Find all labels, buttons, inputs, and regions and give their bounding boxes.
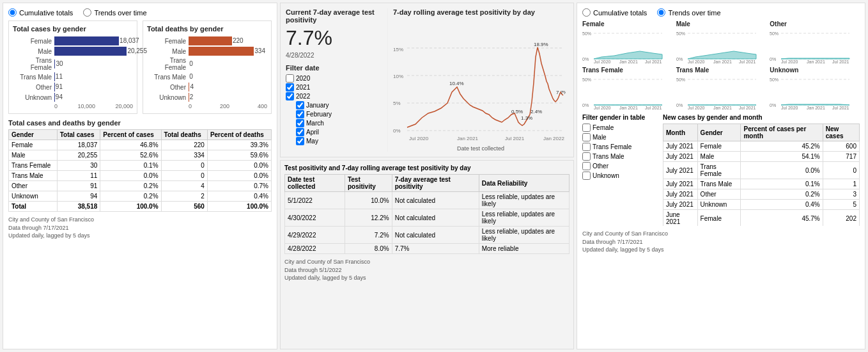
bar-female-cases: Female 18,037 <box>13 36 133 45</box>
svg-text:50%: 50% <box>582 77 591 82</box>
table-row: 4/30/202212.2%Not calculatedLess reliabl… <box>285 209 570 227</box>
left-top-charts: Total cases by gender Female 18,037 Male… <box>8 20 272 114</box>
bar-male-cases: Male 20,255 <box>13 47 133 56</box>
checkbox-2020[interactable] <box>286 74 294 83</box>
table-row: July 2021Other0.2%3 <box>663 189 860 200</box>
bar-other-deaths: Other 4 <box>147 83 267 92</box>
new-cases-wrapper[interactable]: Month Gender Percent of cases per month … <box>663 124 860 226</box>
bar-male-deaths: Male 334 <box>147 47 267 56</box>
annot-77: 7.7% <box>556 90 566 95</box>
cumulative-radio[interactable] <box>8 8 17 17</box>
right-trends-label[interactable]: Trends over time <box>657 8 720 17</box>
checkbox-2022[interactable] <box>286 92 294 100</box>
month-checkboxes: January February March April May <box>286 101 382 145</box>
xaxis-jan2021: Jan 2021 <box>457 136 478 141</box>
nth-pct: Percent of cases per month <box>741 124 823 141</box>
trends-radio[interactable] <box>83 8 91 17</box>
svg-marker-20 <box>688 51 756 59</box>
svg-text:50%: 50% <box>582 31 591 36</box>
svg-text:Jul 2021: Jul 2021 <box>832 60 849 64</box>
deaths-chart-title: Total deaths by gender <box>147 25 267 33</box>
svg-text:0%: 0% <box>676 103 683 108</box>
mini-chart-other: Other 50% 0% Jul 2020 Jan 2021 Jul 2021 <box>770 20 860 65</box>
xaxis-jan2022: Jan 2022 <box>543 136 564 141</box>
table-row: July 2021Unknown0.4%5 <box>663 200 860 210</box>
right-cumulative-label[interactable]: Cumulative totals <box>582 8 647 17</box>
bar-transmale-cases: Trans Male 11 <box>13 72 133 81</box>
right-cumulative-radio[interactable] <box>582 8 591 17</box>
fg-male[interactable] <box>582 133 591 141</box>
svg-text:Jul 2021: Jul 2021 <box>645 106 662 110</box>
bth-date: Date test collected <box>285 175 345 192</box>
line-path <box>407 47 563 127</box>
fg-transmale[interactable] <box>582 152 591 161</box>
mini-chart-unknown: Unknown 50% 0% Jul 2020 Jan 2021 Jul 202… <box>770 67 860 111</box>
svg-text:Jan 2021: Jan 2021 <box>619 60 638 64</box>
summary-table-title: Total cases and deaths by gender <box>8 119 272 127</box>
positivity-date: 4/28/2022 <box>286 52 382 59</box>
fg-unknown[interactable] <box>582 172 591 180</box>
bar-other-cases: Other 91 <box>13 83 133 92</box>
new-cases-table-box: New cases by gender and month Month Gend… <box>663 114 860 226</box>
svg-text:Jan 2021: Jan 2021 <box>713 106 732 110</box>
cumulative-label: Cumulative totals <box>19 9 73 17</box>
svg-text:50%: 50% <box>770 31 779 36</box>
mini-svg-transmale: 50% 0% Jul 2020 Jan 2021 Jul 2021 <box>676 75 759 110</box>
svg-text:0%: 0% <box>582 57 589 61</box>
right-trends-radio[interactable] <box>657 8 665 17</box>
checkbox-apr[interactable] <box>296 128 304 136</box>
checkbox-jan[interactable] <box>296 101 304 109</box>
bottom-table-wrapper[interactable]: Date test collected Test positivity 7-da… <box>284 174 570 254</box>
checkbox-feb[interactable] <box>296 110 304 118</box>
bar-unknown-cases: Unknown 94 <box>13 93 133 102</box>
svg-text:5%: 5% <box>393 100 401 106</box>
year-2022-label: 2022 <box>296 93 310 100</box>
table-row: July 2021Trans Female0.0%0 <box>663 162 860 179</box>
annot-05: 0.5% <box>511 109 523 115</box>
fg-female[interactable] <box>582 124 591 132</box>
svg-marker-28 <box>781 58 849 59</box>
svg-text:0%: 0% <box>676 57 683 61</box>
svg-text:0%: 0% <box>582 103 589 108</box>
bar-transfemale-deaths: Trans Female 0 <box>147 57 267 71</box>
fg-transfemale[interactable] <box>582 143 591 151</box>
mini-svg-male: 50% 0% Jul 2020 Jan 2021 Jul 2021 <box>676 29 759 64</box>
svg-text:Jul 2021: Jul 2021 <box>832 106 849 110</box>
svg-text:10%: 10% <box>393 74 403 79</box>
checkbox-may[interactable] <box>296 137 304 145</box>
bar-transfemale-cases: Trans Female 30 <box>13 57 133 71</box>
mini-svg-female: 50% 0% Jul 2020 Jan 2021 Jul 2021 <box>582 29 665 64</box>
trends-radio-label[interactable]: Trends over time <box>83 8 146 17</box>
table-row: Other910.2%40.7% <box>9 181 272 191</box>
svg-text:Jan 2021: Jan 2021 <box>807 60 825 64</box>
fg-other[interactable] <box>582 162 591 170</box>
current-positivity-box: Current 7-day average test positivity 7.… <box>286 8 388 152</box>
col-pct-cases: Percent of cases <box>100 130 161 140</box>
checkbox-mar[interactable] <box>296 119 304 127</box>
mini-svg-other: 50% 0% Jul 2020 Jan 2021 Jul 2021 <box>770 29 853 64</box>
middle-footer: City and County of San FranciscoData thr… <box>284 258 570 282</box>
year-2020-row: 2020 2021 2022 January February March Ap… <box>286 74 382 145</box>
xaxis-jul2021: Jul 2021 <box>505 136 525 141</box>
new-cases-table: Month Gender Percent of cases per month … <box>663 124 860 226</box>
checkbox-2021[interactable] <box>286 83 294 92</box>
middle-top-section: Current 7-day average test positivity 7.… <box>280 3 574 157</box>
table-row: June 2021Female45.7%202 <box>663 210 860 227</box>
bottom-table: Date test collected Test positivity 7-da… <box>284 174 570 254</box>
year-2020-label: 2020 <box>296 75 310 82</box>
left-panel: Cumulative totals Trends over time Total… <box>3 3 277 349</box>
svg-text:Jul 2021: Jul 2021 <box>739 106 756 110</box>
svg-text:Jul 2020: Jul 2020 <box>781 60 798 64</box>
bar-unknown-deaths: Unknown 2 <box>147 93 267 102</box>
col-gender: Gender <box>9 130 58 140</box>
svg-marker-12 <box>594 51 662 59</box>
bottom-table-title: Test positivity and 7-day rolling averag… <box>284 164 570 172</box>
x-axis-label: Date test collected <box>393 145 568 152</box>
line-chart-svg: 0% 5% 10% 15% 10.4% 18.9% 0.5% 1.3% 2.4%… <box>393 19 566 143</box>
bth-reliability: Data Reliability <box>479 175 569 192</box>
table-row: Male20,25552.6%33459.6% <box>9 150 272 161</box>
svg-text:0%: 0% <box>393 128 401 134</box>
trends-label: Trends over time <box>94 9 146 17</box>
cumulative-radio-label[interactable]: Cumulative totals <box>8 8 73 17</box>
mini-chart-male: Male 50% 0% Jul 2020 Jan 2021 Jul 2021 <box>676 20 766 65</box>
